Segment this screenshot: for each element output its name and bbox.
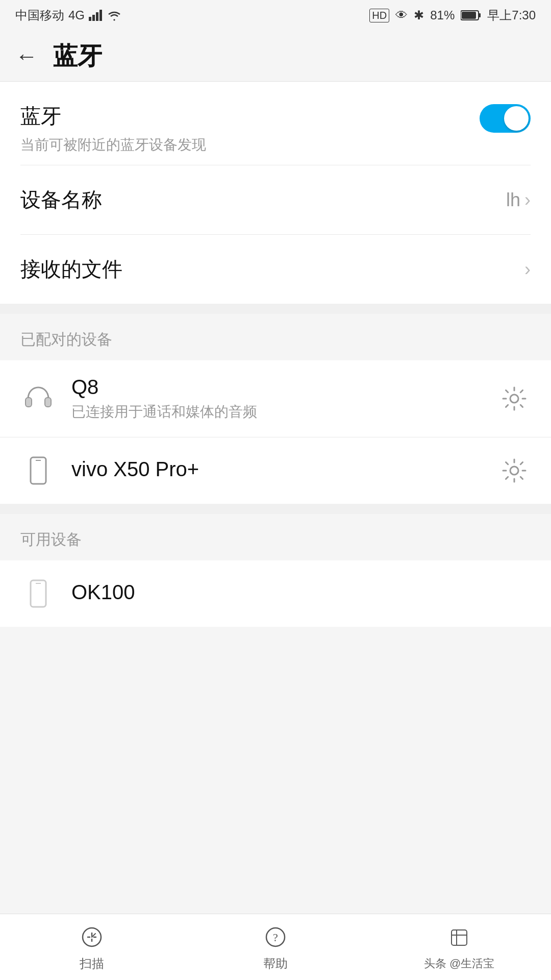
device-row-vivo-left: vivo X50 Pro+: [20, 453, 498, 488]
paired-section: 已配对的设备 Q8 已连接用于通话和媒体的音频: [0, 314, 551, 504]
chevron-icon-2: ›: [524, 259, 531, 280]
paired-section-header: 已配对的设备: [0, 314, 551, 360]
device-row-vivo[interactable]: vivo X50 Pro+: [0, 437, 551, 504]
gear-button-q8[interactable]: [498, 382, 531, 415]
device-row-q8-left: Q8 已连接用于通话和媒体的音频: [20, 376, 498, 422]
device-name-right: lh ›: [506, 189, 531, 211]
svg-rect-10: [31, 457, 46, 484]
device-info-q8: Q8 已连接用于通话和媒体的音频: [71, 376, 498, 422]
svg-rect-14: [31, 580, 46, 607]
device-name-vivo: vivo X50 Pro+: [71, 458, 498, 481]
bluetooth-section: 蓝牙 当前可被附近的蓝牙设备发现 设备名称 lh › 接收的文件 ›: [0, 82, 551, 304]
bluetooth-info: 蓝牙 当前可被附近的蓝牙设备发现: [20, 102, 480, 155]
wifi-icon: [107, 10, 121, 21]
generation-text: 4G: [68, 8, 85, 22]
main-content: 蓝牙 当前可被附近的蓝牙设备发现 设备名称 lh › 接收的文件 › 已配对的设…: [0, 82, 551, 698]
section-sep-1: [0, 304, 551, 314]
chevron-icon-1: ›: [524, 189, 531, 211]
help-icon: ?: [261, 923, 290, 951]
available-device-ok100: OK100: [0, 560, 551, 627]
device-status-q8: 已连接用于通话和媒体的音频: [71, 402, 498, 422]
nav-scan-label: 扫描: [80, 955, 104, 972]
device-name-q8: Q8: [71, 376, 498, 399]
svg-rect-25: [452, 930, 467, 945]
headphone-icon: [20, 381, 56, 416]
bottom-nav: 扫描 ? 帮助 头条 @生活宝: [0, 914, 551, 980]
paired-device-q8: Q8 已连接用于通话和媒体的音频: [0, 360, 551, 437]
nav-scan[interactable]: 扫描: [0, 923, 184, 972]
status-left: 中国移动 4G: [15, 7, 121, 23]
received-files-label: 接收的文件: [20, 255, 122, 283]
svg-rect-7: [26, 398, 32, 407]
device-row-ok100[interactable]: OK100: [0, 560, 551, 627]
bluetooth-subtitle: 当前可被附近的蓝牙设备发现: [20, 135, 480, 155]
received-files-right: ›: [524, 259, 531, 280]
device-name-label: 设备名称: [20, 186, 102, 214]
svg-rect-8: [45, 398, 51, 407]
scan-icon: [78, 923, 106, 951]
svg-point-9: [510, 395, 518, 403]
battery-text: 81%: [430, 8, 455, 22]
svg-rect-6: [462, 12, 476, 19]
section-sep-2: [0, 504, 551, 514]
paired-device-vivo: vivo X50 Pro+: [0, 437, 551, 504]
carrier-text: 中国移动: [15, 7, 64, 23]
device-row-q8[interactable]: Q8 已连接用于通话和媒体的音频: [0, 360, 551, 437]
svg-rect-2: [96, 12, 98, 21]
svg-text:?: ?: [273, 931, 278, 944]
svg-rect-5: [479, 13, 481, 17]
bluetooth-toggle-row: 蓝牙 当前可被附近的蓝牙设备发现: [0, 82, 551, 165]
available-section: 可用设备 OK100: [0, 514, 551, 627]
toutiao-icon: [445, 923, 473, 952]
bluetooth-toggle[interactable]: [480, 104, 531, 133]
battery-icon: [461, 10, 481, 21]
device-name-row[interactable]: 设备名称 lh ›: [0, 165, 551, 234]
nav-help[interactable]: ? 帮助: [184, 923, 367, 972]
phone-icon-ok100: [20, 576, 56, 611]
phone-icon-vivo: [20, 453, 56, 488]
gear-button-vivo[interactable]: [498, 454, 531, 487]
device-info-ok100: OK100: [71, 581, 531, 607]
available-section-header: 可用设备: [0, 514, 551, 560]
back-button[interactable]: ←: [15, 45, 38, 67]
device-name-value: lh: [506, 189, 520, 211]
hd-badge: HD: [369, 9, 389, 22]
device-info-vivo: vivo X50 Pro+: [71, 458, 498, 484]
svg-rect-3: [99, 10, 102, 21]
eye-icon: 👁: [395, 8, 408, 22]
toolbar: ← 蓝牙: [0, 31, 551, 82]
bluetooth-status-icon: ✱: [414, 8, 424, 22]
bluetooth-title: 蓝牙: [20, 102, 480, 130]
svg-point-13: [510, 467, 518, 475]
device-row-ok100-left: OK100: [20, 576, 531, 611]
svg-rect-0: [89, 17, 91, 21]
status-right: HD 👁 ✱ 81% 早上7:30: [369, 7, 536, 23]
nav-toutiao[interactable]: 头条 @生活宝: [367, 923, 551, 971]
time-text: 早上7:30: [487, 7, 536, 23]
nav-help-label: 帮助: [263, 955, 288, 972]
page-title: 蓝牙: [53, 40, 102, 72]
device-name-ok100: OK100: [71, 581, 531, 604]
status-bar: 中国移动 4G HD 👁 ✱ 81% 早上7:30: [0, 0, 551, 31]
nav-toutiao-label: 头条 @生活宝: [424, 956, 494, 971]
signal-icon: [89, 10, 103, 21]
svg-rect-1: [92, 15, 95, 21]
received-files-row[interactable]: 接收的文件 ›: [0, 235, 551, 304]
